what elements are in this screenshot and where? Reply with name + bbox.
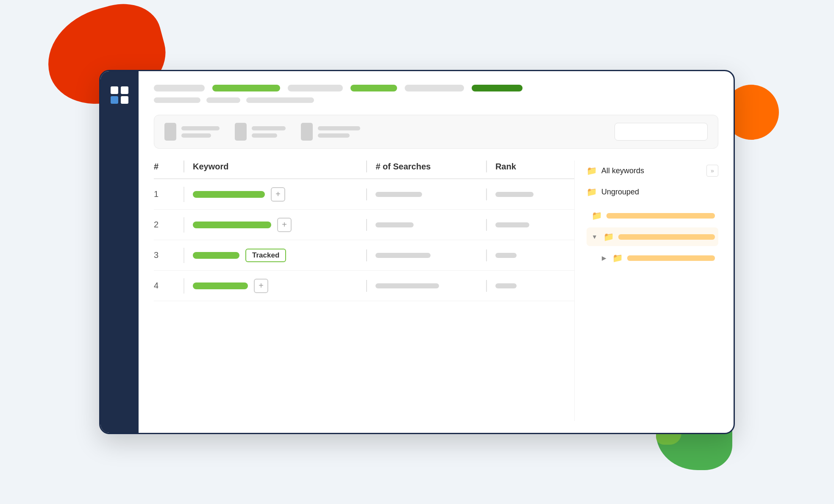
main-card: # Keyword # of Searches Rank 1 + <box>99 70 735 434</box>
folder-icon-orange-1: 📁 <box>592 210 602 221</box>
row-keyword-cell-2: + <box>193 218 366 232</box>
nav-pill-6[interactable] <box>472 85 523 91</box>
keyword-bar-4 <box>193 282 248 289</box>
keywords-panel: 📁 All keywords » 📁 Ungrouped 📁 <box>574 161 718 421</box>
kw-group-1[interactable]: 📁 <box>587 206 718 225</box>
row-rank-4 <box>495 283 574 288</box>
header-divider-1 <box>183 161 184 172</box>
row-keyword-cell-3: Tracked <box>193 249 366 262</box>
kw-ungrouped[interactable]: 📁 Ungrouped <box>587 183 718 201</box>
ungrouped-label: Ungrouped <box>601 188 639 197</box>
add-button-2[interactable]: + <box>277 218 292 232</box>
kw-label-bar-2 <box>618 234 715 240</box>
row-rank-2 <box>495 222 574 227</box>
rank-bar-1 <box>495 192 534 197</box>
folder-icon-ungrouped: 📁 <box>587 187 597 197</box>
row-divider <box>183 187 184 202</box>
kw-all-keywords[interactable]: 📁 All keywords » <box>587 161 718 181</box>
row-divider-searches <box>366 280 367 292</box>
row-divider-searches <box>366 219 367 231</box>
header-divider-2 <box>366 161 367 172</box>
nav-sub-pill-1 <box>154 97 200 103</box>
logo-square-2 <box>121 86 128 94</box>
searches-bar-3 <box>375 253 431 258</box>
table-row: 4 + <box>154 271 574 301</box>
filter-line <box>318 126 360 130</box>
row-num-3: 3 <box>154 250 183 260</box>
nav-pill-2[interactable] <box>212 85 280 91</box>
add-button-1[interactable]: + <box>271 187 285 202</box>
row-divider-searches <box>366 188 367 200</box>
filter-lines-2 <box>252 126 286 138</box>
col-num-header: # <box>154 162 183 172</box>
row-searches-2 <box>375 222 486 227</box>
filter-item-1 <box>164 123 220 141</box>
row-keyword-cell-1: + <box>193 187 366 202</box>
filter-row <box>154 115 718 149</box>
rank-bar-4 <box>495 283 517 288</box>
header-divider-3 <box>486 161 487 172</box>
keyword-table: # Keyword # of Searches Rank 1 + <box>154 161 574 421</box>
table-row: 1 + <box>154 179 574 210</box>
tracked-badge[interactable]: Tracked <box>245 249 286 262</box>
kw-label-bar-1 <box>606 213 715 219</box>
all-keywords-label: All keywords <box>601 166 644 175</box>
filter-line <box>252 126 286 130</box>
logo-square-1 <box>111 86 118 94</box>
nav-pill-1[interactable] <box>154 85 205 91</box>
chevron-right-text: » <box>711 167 714 174</box>
filter-item-2 <box>235 123 286 141</box>
row-rank-1 <box>495 192 574 197</box>
nav-pill-4[interactable] <box>350 85 397 91</box>
keyword-bar-1 <box>193 191 265 198</box>
content-area: # Keyword # of Searches Rank 1 + <box>139 71 734 433</box>
searches-bar-1 <box>375 192 422 197</box>
nav-sub-row <box>154 97 718 103</box>
filter-line <box>318 133 350 138</box>
filter-lines-3 <box>318 126 360 138</box>
kw-group-3[interactable]: ▶ 📁 <box>587 249 718 267</box>
filter-icon-2 <box>235 123 247 141</box>
expand-arrow-right: ▶ <box>602 255 606 261</box>
row-divider-rank <box>486 280 487 292</box>
row-keyword-cell-4: + <box>193 279 366 293</box>
col-rank-header[interactable]: Rank <box>495 162 574 172</box>
row-divider-searches <box>366 249 367 261</box>
filter-line <box>181 133 211 138</box>
row-rank-3 <box>495 253 574 258</box>
rank-bar-2 <box>495 222 529 227</box>
searches-bar-2 <box>375 222 414 227</box>
filter-lines-1 <box>181 126 220 138</box>
row-num-2: 2 <box>154 220 183 230</box>
keyword-bar-2 <box>193 222 271 228</box>
searches-bar-4 <box>375 283 439 288</box>
filter-icon-1 <box>164 123 176 141</box>
logo-icon <box>111 86 128 104</box>
row-searches-3 <box>375 253 486 258</box>
nav-pill-3[interactable] <box>288 85 343 91</box>
folder-icon-dark: 📁 <box>587 166 597 176</box>
logo-square-4 <box>121 96 128 104</box>
kw-group-2[interactable]: ▼ 📁 <box>587 227 718 246</box>
table-row: 3 Tracked <box>154 240 574 271</box>
nav-pill-5[interactable] <box>405 85 464 91</box>
expand-arrow-down: ▼ <box>592 233 598 240</box>
row-divider <box>183 248 184 263</box>
add-button-4[interactable]: + <box>254 279 268 293</box>
table-container: # Keyword # of Searches Rank 1 + <box>154 161 718 421</box>
chevron-right-icon[interactable]: » <box>706 165 718 177</box>
col-searches-header[interactable]: # of Searches <box>375 162 486 172</box>
table-header: # Keyword # of Searches Rank <box>154 161 574 179</box>
kw-label-bar-3 <box>627 255 715 261</box>
col-keyword-header[interactable]: Keyword <box>193 162 366 172</box>
filter-search-box[interactable] <box>614 123 708 141</box>
nav-sub-pill-2 <box>206 97 240 103</box>
top-nav <box>154 85 718 91</box>
filter-icon-3 <box>301 123 313 141</box>
row-divider-rank <box>486 219 487 231</box>
row-num-1: 1 <box>154 189 183 199</box>
folder-icon-orange-3: 📁 <box>612 253 623 263</box>
rank-bar-3 <box>495 253 517 258</box>
row-searches-4 <box>375 283 486 288</box>
row-divider-rank <box>486 249 487 261</box>
